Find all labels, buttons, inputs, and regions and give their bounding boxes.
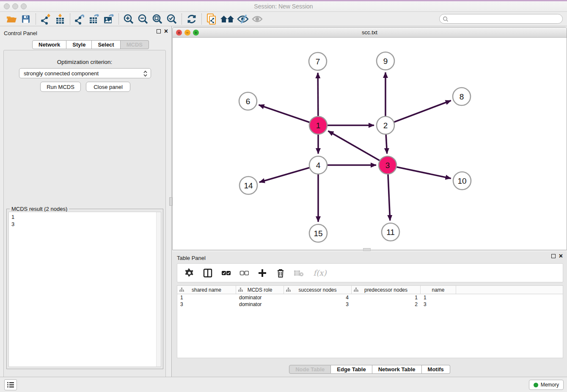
close-panel-icon[interactable]: ×	[164, 29, 168, 33]
tab-edge-table[interactable]: Edge Table	[331, 365, 372, 374]
table-cell[interactable]: 1	[421, 295, 456, 301]
save-session-icon[interactable]	[19, 13, 33, 25]
node-label-1: 1	[316, 121, 321, 130]
tab-node-table[interactable]: Node Table	[289, 365, 331, 374]
hide-selected-icon[interactable]	[236, 13, 250, 25]
deselect-all-rows-icon[interactable]	[239, 268, 249, 279]
task-history-button[interactable]	[4, 379, 17, 390]
horizontal-splitter-grip[interactable]	[363, 248, 371, 251]
add-column-icon[interactable]	[257, 268, 267, 279]
network-window-titlebar[interactable]: × − + scc.txt	[173, 28, 567, 38]
run-mcds-button[interactable]: Run MCDS	[40, 82, 81, 92]
search-input[interactable]	[450, 16, 562, 22]
export-network-icon[interactable]	[73, 13, 87, 25]
close-table-panel-icon[interactable]: ×	[559, 254, 563, 258]
fx-label: f(x)	[314, 268, 327, 277]
network-view-window: × − + scc.txt 1234678910111415	[172, 27, 567, 250]
search-field[interactable]	[439, 14, 563, 24]
table-tabs: Node Table Edge Table Network Table Moti…	[172, 365, 567, 374]
search-icon	[443, 16, 449, 22]
clone-network-icon[interactable]	[204, 13, 219, 25]
status-bar: Memory	[0, 377, 567, 392]
mcds-result-text[interactable]: 1 3	[8, 212, 161, 367]
import-network-icon[interactable]	[39, 13, 53, 25]
criterion-dropdown[interactable]: strongly connected component	[19, 68, 151, 78]
node-label-11: 11	[386, 228, 395, 237]
node-label-7: 7	[316, 57, 320, 66]
table-cell[interactable]: 3	[421, 301, 456, 307]
tab-select[interactable]: Select	[92, 40, 120, 49]
column-header-MCDS-role[interactable]: MCDS role	[236, 286, 284, 294]
export-image-icon[interactable]	[102, 13, 116, 25]
table-row[interactable]: 1dominator411	[177, 294, 563, 301]
import-table-icon[interactable]	[53, 13, 67, 25]
app-titlebar: Session: New Session	[0, 0, 567, 12]
table-toolbar: f(x)	[177, 263, 563, 282]
table-panel-title: Table Panel	[177, 255, 206, 261]
edge-3-1[interactable]	[328, 131, 388, 165]
toolbar-separator	[70, 14, 70, 25]
column-header-shared-name[interactable]: shared name	[177, 286, 236, 294]
show-all-icon[interactable]	[250, 13, 264, 25]
table-cell[interactable]: 4	[284, 295, 352, 301]
memory-label: Memory	[541, 382, 559, 388]
node-label-10: 10	[457, 177, 466, 185]
apply-layout-icon[interactable]	[184, 13, 199, 25]
table-cell[interactable]: 3	[284, 301, 352, 307]
select-all-rows-icon[interactable]	[221, 268, 231, 279]
float-panel-icon[interactable]	[157, 29, 161, 33]
open-session-icon[interactable]	[4, 13, 19, 25]
zoom-selected-icon[interactable]	[165, 13, 179, 25]
delete-table-icon[interactable]	[294, 268, 304, 279]
tab-style[interactable]: Style	[66, 40, 92, 49]
mcds-panel: Optimization criterion: strongly connect…	[3, 50, 166, 392]
tab-motifs[interactable]: Motifs	[422, 365, 450, 374]
show-columns-icon[interactable]	[203, 268, 213, 279]
export-table-icon[interactable]	[87, 13, 102, 25]
memory-button[interactable]: Memory	[529, 380, 564, 390]
result-scrollbar[interactable]	[156, 212, 161, 367]
column-header-predecessor-nodes[interactable]: predecessor nodes	[352, 286, 421, 294]
vertical-splitter-grip[interactable]	[169, 197, 172, 206]
toolbar-separator	[201, 14, 202, 25]
network-canvas[interactable]: 1234678910111415	[173, 38, 567, 250]
column-header-name[interactable]: name	[421, 286, 456, 294]
node-table[interactable]: shared nameMCDS rolesuccessor nodesprede…	[177, 285, 563, 358]
edge-2-8[interactable]	[385, 101, 451, 126]
node-label-9: 9	[383, 57, 388, 66]
memory-status-icon	[534, 383, 538, 387]
zoom-in-icon[interactable]	[121, 13, 136, 25]
table-settings-icon[interactable]	[184, 268, 195, 279]
column-header-successor-nodes[interactable]: successor nodes	[284, 286, 352, 294]
node-table-rows: 1dominator4113dominator323	[177, 294, 563, 308]
table-panel: Table Panel × f(x) shared nameMCDS	[172, 252, 567, 377]
tab-mcds[interactable]: MCDS	[121, 40, 149, 49]
node-label-14: 14	[244, 181, 253, 190]
tab-network[interactable]: Network	[32, 40, 66, 49]
table-cell[interactable]: 1	[352, 295, 421, 301]
toolbar-separator	[182, 14, 182, 25]
table-cell[interactable]: 1	[177, 295, 236, 301]
mcds-result-box: MCDS result (2 nodes) 1 3	[6, 209, 163, 369]
table-cell[interactable]: dominator	[236, 301, 284, 307]
task-list-icon	[7, 381, 14, 388]
table-cell[interactable]: 3	[177, 301, 236, 307]
first-neighbors-icon[interactable]	[219, 13, 236, 25]
table-cell[interactable]: dominator	[236, 295, 284, 301]
table-row[interactable]: 3dominator323	[177, 301, 563, 308]
node-label-3: 3	[385, 161, 390, 170]
toolbar-separator	[118, 14, 119, 25]
float-table-panel-icon[interactable]	[551, 254, 556, 258]
zoom-fit-icon[interactable]	[150, 13, 165, 25]
node-label-4: 4	[316, 161, 321, 170]
close-panel-button[interactable]: Close panel	[86, 82, 130, 92]
window-title: Session: New Session	[0, 3, 567, 10]
delete-column-icon[interactable]	[275, 268, 286, 279]
tab-network-table[interactable]: Network Table	[372, 365, 422, 374]
function-builder-icon[interactable]: f(x)	[312, 268, 328, 279]
main-toolbar	[0, 12, 567, 26]
node-label-6: 6	[246, 97, 250, 106]
zoom-out-icon[interactable]	[136, 13, 150, 25]
edge-3-10[interactable]	[388, 165, 451, 178]
table-cell[interactable]: 2	[352, 301, 421, 307]
